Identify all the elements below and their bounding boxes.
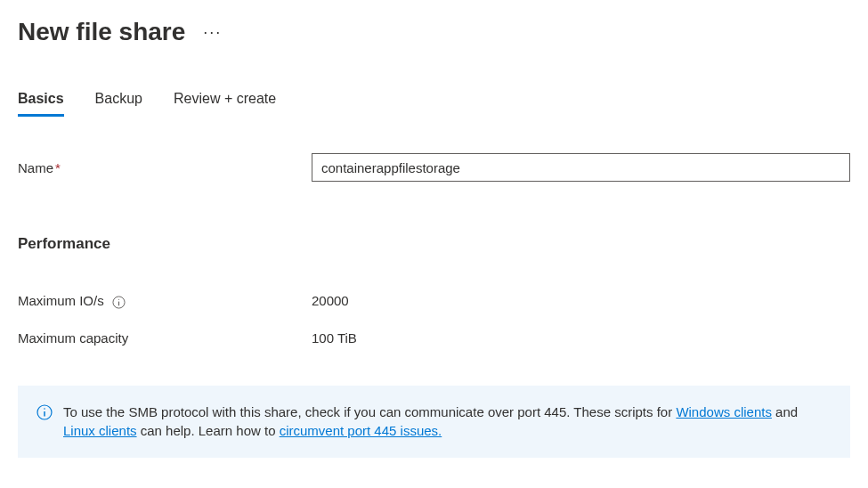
page-title: New file share: [18, 18, 185, 46]
performance-heading: Performance: [18, 235, 850, 253]
info-text-1: To use the SMB protocol with this share,…: [63, 404, 676, 419]
linux-clients-link[interactable]: Linux clients: [63, 423, 137, 438]
info-banner-text: To use the SMB protocol with this share,…: [63, 403, 831, 442]
info-banner-icon: [37, 404, 53, 420]
max-io-value: 20000: [312, 293, 349, 308]
svg-point-2: [118, 298, 119, 299]
tab-review-create[interactable]: Review + create: [174, 91, 276, 117]
page-header: New file share ···: [18, 18, 850, 46]
info-icon[interactable]: [112, 296, 126, 309]
info-text-2: and: [772, 404, 798, 419]
circumvent-port-link[interactable]: circumvent port 445 issues.: [280, 423, 442, 438]
tabs-container: Basics Backup Review + create: [18, 91, 850, 118]
more-options-icon[interactable]: ···: [203, 23, 222, 42]
max-io-row: Maximum IO/s 20000: [18, 293, 850, 309]
name-label: Name*: [18, 160, 312, 175]
max-capacity-value: 100 TiB: [312, 330, 357, 346]
info-text-3: can help. Learn how to: [137, 423, 280, 438]
max-capacity-label: Maximum capacity: [18, 330, 312, 346]
info-banner: To use the SMB protocol with this share,…: [18, 386, 850, 459]
windows-clients-link[interactable]: Windows clients: [676, 404, 772, 419]
svg-point-5: [44, 408, 45, 410]
tab-basics[interactable]: Basics: [18, 91, 64, 117]
max-capacity-row: Maximum capacity 100 TiB: [18, 330, 850, 346]
max-io-label: Maximum IO/s: [18, 293, 312, 309]
name-field-row: Name*: [18, 153, 850, 182]
name-label-text: Name: [18, 160, 53, 175]
tab-backup[interactable]: Backup: [95, 91, 142, 117]
name-input[interactable]: [312, 153, 850, 182]
max-io-label-text: Maximum IO/s: [18, 293, 104, 308]
required-indicator: *: [55, 160, 61, 175]
